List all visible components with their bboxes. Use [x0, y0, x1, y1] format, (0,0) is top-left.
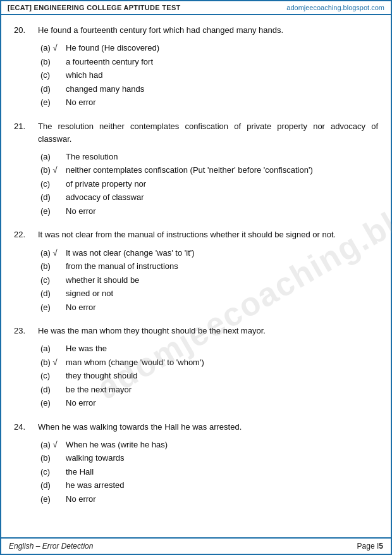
page-header: [ECAT] ENGINEERING COLLEGE APTITUDE TEST… — [1, 1, 391, 15]
option-text: He was the — [66, 342, 107, 355]
footer-page-label: Page I — [357, 542, 379, 551]
option-text: be the next mayor — [66, 384, 132, 396]
question-text-23: 23.He was the man whom they thought shou… — [14, 325, 378, 337]
option-text: which had — [66, 69, 103, 82]
option-label: (d) — [40, 287, 63, 300]
question-text-22: 22.It was not clear from the manual of i… — [14, 228, 378, 241]
option-label: (b) √ — [40, 164, 63, 177]
option-label: (a) — [40, 151, 63, 163]
question-block-22: 22.It was not clear from the manual of i… — [14, 228, 378, 313]
list-item: (a) √When he was (write he has) — [40, 439, 378, 451]
question-block-20: 20.He found a fourteenth century fort wh… — [14, 24, 378, 109]
list-item: (b)a fourteenth century fort — [40, 56, 378, 68]
option-label: (d) — [40, 191, 63, 204]
header-title: [ECAT] ENGINEERING COLLEGE APTITUDE TEST — [8, 4, 181, 11]
list-item: (c)the Hall — [40, 466, 378, 478]
option-label: (b) — [40, 260, 63, 273]
option-text: changed many hands — [66, 83, 144, 96]
question-body-23: He was the man whom they thought should … — [38, 325, 266, 337]
list-item: (e)No error — [40, 493, 378, 506]
options-22: (a) √It was not clear (change 'was' to '… — [40, 247, 378, 314]
main-content-wrapper: adomjeecoaching.blogspot.com 20.He found… — [1, 15, 391, 537]
option-label: (e) — [40, 397, 63, 409]
list-item: (b)from the manual of instructions — [40, 260, 378, 273]
option-text: of private property nor — [66, 178, 146, 190]
option-text: a fourteenth century fort — [66, 56, 153, 68]
option-label: (c) — [40, 69, 63, 82]
question-num-24: 24. — [14, 421, 32, 433]
list-item: (e)No error — [40, 96, 378, 109]
list-item: (e)No error — [40, 397, 378, 409]
question-body-20: He found a fourteenth century fort which… — [38, 24, 283, 37]
option-text: walking towards — [66, 452, 125, 465]
questions-content: 20.He found a fourteenth century fort wh… — [1, 15, 391, 537]
list-item: (d)advocacy of classwar — [40, 191, 378, 204]
option-text: from the manual of instructions — [66, 260, 178, 273]
question-text-20: 20.He found a fourteenth century fort wh… — [14, 24, 378, 37]
option-text: No error — [66, 96, 96, 109]
options-24: (a) √When he was (write he has)(b)walkin… — [40, 439, 378, 506]
option-label: (b) — [40, 452, 63, 465]
question-block-21: 21.The resolution neither contemplates c… — [14, 120, 378, 218]
option-label: (a) √ — [40, 42, 63, 54]
list-item: (a) √It was not clear (change 'was' to '… — [40, 247, 378, 259]
question-block-23: 23.He was the man whom they thought shou… — [14, 325, 378, 409]
option-label: (a) √ — [40, 247, 63, 259]
header-website: adomjeecoaching.blogspot.com — [286, 4, 384, 11]
option-text: signed or not — [66, 287, 113, 300]
list-item: (d)he was arrested — [40, 479, 378, 492]
list-item: (d)changed many hands — [40, 83, 378, 96]
question-block-24: 24.When he was walking towards the Hall … — [14, 421, 378, 506]
page-footer: English – Error Detection Page I5 — [1, 537, 391, 554]
question-text-24: 24.When he was walking towards the Hall … — [14, 421, 378, 433]
question-body-21: The resolution neither contemplates conf… — [38, 120, 378, 146]
footer-subject: English – Error Detection — [9, 542, 93, 551]
options-23: (a)He was the(b) √man whom (change 'woul… — [40, 342, 378, 409]
question-num-22: 22. — [14, 228, 32, 241]
footer-page-num: 5 — [379, 542, 383, 551]
option-label: (a) — [40, 342, 63, 355]
option-text: No error — [66, 493, 96, 506]
option-label: (b) √ — [40, 356, 63, 369]
question-body-22: It was not clear from the manual of inst… — [38, 228, 336, 241]
option-text: When he was (write he has) — [66, 439, 168, 451]
option-text: It was not clear (change 'was' to 'it') — [66, 247, 195, 259]
option-label: (c) — [40, 178, 63, 190]
question-num-20: 20. — [14, 24, 32, 37]
option-label: (e) — [40, 301, 63, 314]
option-text: the Hall — [66, 466, 94, 478]
question-num-21: 21. — [14, 120, 32, 146]
option-text: he was arrested — [66, 479, 125, 492]
option-text: No error — [66, 397, 96, 409]
list-item: (b) √neither contemplates confiscation (… — [40, 164, 378, 177]
option-label: (d) — [40, 384, 63, 396]
list-item: (b)walking towards — [40, 452, 378, 465]
option-text: He found (He discovered) — [66, 42, 159, 54]
option-text: advocacy of classwar — [66, 191, 144, 204]
option-label: (c) — [40, 466, 63, 478]
list-item: (d)be the next mayor — [40, 384, 378, 396]
option-text: No error — [66, 301, 96, 314]
list-item: (e)No error — [40, 205, 378, 218]
option-label: (c) — [40, 274, 63, 287]
option-label: (e) — [40, 493, 63, 506]
list-item: (d)signed or not — [40, 287, 378, 300]
question-body-24: When he was walking towards the Hall he … — [38, 421, 242, 433]
list-item: (e)No error — [40, 301, 378, 314]
list-item: (c)which had — [40, 69, 378, 82]
list-item: (a)The resolution — [40, 151, 378, 163]
options-20: (a) √He found (He discovered)(b)a fourte… — [40, 42, 378, 109]
option-label: (c) — [40, 370, 63, 382]
list-item: (c)of private property nor — [40, 178, 378, 190]
option-label: (b) — [40, 56, 63, 68]
list-item: (a)He was the — [40, 342, 378, 355]
option-text: whether it should be — [66, 274, 139, 287]
option-label: (d) — [40, 83, 63, 96]
option-text: The resolution — [66, 151, 118, 163]
option-text: man whom (change 'would' to 'whom') — [66, 356, 204, 369]
option-label: (e) — [40, 205, 63, 218]
page-wrapper: [ECAT] ENGINEERING COLLEGE APTITUDE TEST… — [0, 0, 392, 555]
footer-page: Page I5 — [357, 542, 383, 551]
question-text-21: 21.The resolution neither contemplates c… — [14, 120, 378, 146]
option-text: No error — [66, 205, 96, 218]
